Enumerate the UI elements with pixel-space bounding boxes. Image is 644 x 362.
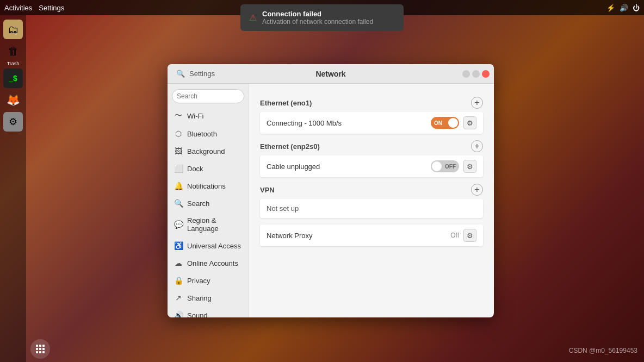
ethernet1-toggle-label: ON <box>431 120 442 126</box>
sidebar-wifi-label: Wi-Fi <box>187 112 203 120</box>
notification-body: Activation of network connection failed <box>262 18 373 26</box>
svg-rect-5 <box>42 348 45 350</box>
network-main-content: Ethernet (eno1) + Connecting - 1000 Mb/s… <box>249 84 494 317</box>
search-icon: 🔍 <box>176 70 185 78</box>
dock-settings-icon[interactable]: ⚙ <box>3 112 23 132</box>
ethernet2-toggle[interactable]: OFF <box>431 160 459 172</box>
notification-warning-icon: ⚠ <box>249 13 257 23</box>
sidebar-item-region[interactable]: 💬 Region & Language <box>168 212 249 237</box>
window-close-button[interactable] <box>482 70 490 78</box>
ethernet2-title: Ethernet (enp2s0) <box>260 142 320 151</box>
sidebar-item-sound[interactable]: 🔊 Sound <box>168 307 249 317</box>
ethernet1-title: Ethernet (eno1) <box>260 99 312 107</box>
svg-rect-1 <box>39 345 41 347</box>
activities-label[interactable]: Activities <box>4 4 32 12</box>
proxy-settings-button[interactable]: ⚙ <box>463 229 476 242</box>
vpn-add-button[interactable]: + <box>471 184 483 196</box>
dock-trash-label: Trash <box>7 61 20 66</box>
proxy-card: Network Proxy Off ⚙ <box>260 224 483 246</box>
settings-label: Settings <box>189 70 215 78</box>
sidebar-item-background[interactable]: 🖼 Background <box>168 142 249 160</box>
sidebar-item-universal[interactable]: ♿ Universal Access <box>168 237 249 254</box>
ethernet1-card: Connecting - 1000 Mb/s ON ⚙ <box>260 112 483 134</box>
ethernet1-toggle[interactable]: ON <box>431 117 459 129</box>
topbar-left: Activities Settings <box>4 4 64 12</box>
sidebar-bluetooth-label: Bluetooth <box>187 130 217 138</box>
sidebar-item-privacy[interactable]: 🔒 Privacy <box>168 272 249 289</box>
ethernet2-toggle-knob <box>432 161 442 171</box>
svg-rect-4 <box>39 348 41 350</box>
app-grid-button[interactable] <box>30 339 50 359</box>
notifications-icon: 🔔 <box>174 182 183 190</box>
ethernet1-settings-button[interactable]: ⚙ <box>463 116 476 129</box>
dock-files-icon[interactable]: 🗂 <box>3 20 23 39</box>
vpn-not-set-label: Not set up <box>260 199 483 218</box>
ethernet1-add-button[interactable]: + <box>471 97 483 109</box>
sound-sidebar-icon: 🔊 <box>174 311 183 317</box>
settings-sidebar: 〜 Wi-Fi ⬡ Bluetooth 🖼 Background ⬜ Dock … <box>168 84 249 317</box>
proxy-status: Off <box>450 232 459 239</box>
svg-rect-0 <box>36 345 38 347</box>
settings-window: 🔍 Settings Network 〜 Wi-Fi <box>168 64 494 317</box>
universal-icon: ♿ <box>174 241 183 250</box>
sidebar-item-online[interactable]: ☁ Online Accounts <box>168 254 249 272</box>
sidebar-sharing-label: Sharing <box>187 294 212 302</box>
ethernet2-row: Cable unplugged OFF ⚙ <box>260 155 483 177</box>
background-icon: 🖼 <box>174 147 183 155</box>
sidebar-item-sharing[interactable]: ↗ Sharing <box>168 289 249 307</box>
sidebar-item-search[interactable]: 🔍 Search <box>168 195 249 212</box>
power-icon: ⚡ <box>606 4 615 12</box>
ethernet1-header: Ethernet (eno1) + <box>260 97 483 109</box>
svg-rect-2 <box>42 345 45 347</box>
sidebar-privacy-label: Privacy <box>187 277 210 285</box>
ethernet1-status: Connecting - 1000 Mb/s <box>267 119 426 127</box>
power-button-icon[interactable]: ⏻ <box>633 4 640 12</box>
window-maximize-button[interactable] <box>472 70 480 78</box>
ethernet2-status: Cable unplugged <box>267 163 426 171</box>
topbar-right: ⚡ 🔊 ⏻ <box>606 4 640 12</box>
ethernet2-add-button[interactable]: + <box>471 140 483 152</box>
dock-icon-sidebar: ⬜ <box>174 164 183 173</box>
dock-firefox-icon[interactable]: 🦊 <box>3 90 23 110</box>
desktop: Activities Settings 15 : 36 ⚡ 🔊 ⏻ ⚠ Conn… <box>0 0 644 362</box>
sidebar-item-dock[interactable]: ⬜ Dock <box>168 160 249 177</box>
csdn-watermark: CSDN @m0_56199453 <box>569 347 637 354</box>
sidebar-dock-label: Dock <box>187 165 203 173</box>
vpn-title: VPN <box>260 186 275 194</box>
window-titlebar: 🔍 Settings Network <box>168 64 494 84</box>
notification-text: Connection failed Activation of network … <box>262 10 373 26</box>
vpn-header: VPN + <box>260 184 483 196</box>
search-sidebar-icon: 🔍 <box>174 199 183 208</box>
ethernet1-toggle-knob <box>448 118 458 128</box>
sidebar-item-notifications[interactable]: 🔔 Notifications <box>168 177 249 195</box>
sound-icon: 🔊 <box>620 4 628 12</box>
ethernet1-row: Connecting - 1000 Mb/s ON ⚙ <box>260 112 483 134</box>
sidebar-universal-label: Universal Access <box>187 242 241 250</box>
dock: 🗂 🗑 Trash _$ 🦊 ⚙ <box>0 15 26 362</box>
sidebar-sound-label: Sound <box>187 311 208 318</box>
window-minimize-button[interactable] <box>462 70 470 78</box>
ethernet2-settings-button[interactable]: ⚙ <box>463 160 476 173</box>
svg-rect-8 <box>42 351 45 353</box>
notification-title: Connection failed <box>262 10 373 18</box>
sharing-icon: ↗ <box>174 294 183 302</box>
window-controls <box>462 70 490 78</box>
wifi-icon: 〜 <box>174 111 183 121</box>
window-title: Network <box>315 70 345 78</box>
ethernet2-toggle-label: OFF <box>445 164 459 170</box>
sidebar-item-wifi[interactable]: 〜 Wi-Fi <box>168 107 249 125</box>
ethernet2-header: Ethernet (enp2s0) + <box>260 140 483 152</box>
dock-terminal-icon[interactable]: _$ <box>3 68 23 88</box>
svg-rect-7 <box>39 351 41 353</box>
sidebar-item-bluetooth[interactable]: ⬡ Bluetooth <box>168 125 249 142</box>
sidebar-background-label: Background <box>187 147 225 155</box>
sidebar-search-label: Search <box>187 199 209 208</box>
ethernet2-card: Cable unplugged OFF ⚙ <box>260 155 483 177</box>
region-icon: 💬 <box>174 220 183 229</box>
sidebar-search-input[interactable] <box>172 89 244 103</box>
sidebar-online-label: Online Accounts <box>187 259 238 267</box>
sidebar-search-container <box>168 86 249 107</box>
dock-trash-icon: 🗑 <box>3 41 23 61</box>
settings-menu-label[interactable]: Settings <box>39 4 64 12</box>
dock-trash[interactable]: 🗑 Trash <box>3 41 23 66</box>
